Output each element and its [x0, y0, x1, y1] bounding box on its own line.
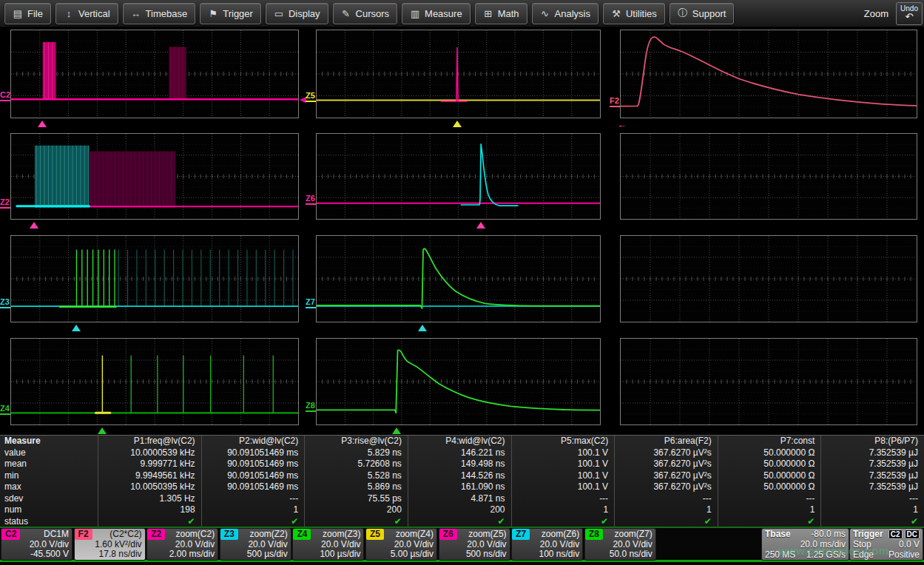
- measure-menu-label: Measure: [425, 8, 462, 19]
- channel-tab-z5[interactable]: Z5: [366, 529, 384, 540]
- channel-source-label: zoom(Z7): [614, 529, 655, 539]
- measure-cell: 1: [615, 504, 718, 516]
- analysis-menu-button[interactable]: ∿Analysis: [532, 3, 598, 24]
- measure-cell: 7.352539 µJ: [821, 447, 924, 459]
- measure-menu-button[interactable]: ▥Measure: [402, 3, 471, 24]
- menu-bar: ▤File↕Vertical↔Timebase⚑Trigger▭Display✎…: [0, 0, 924, 28]
- measure-table-title: Measure: [0, 436, 98, 447]
- z8-position-marker[interactable]: [392, 427, 401, 434]
- channel-box-z2[interactable]: Z2zoom(C2)20.0 V/div2.00 ms/div: [147, 529, 217, 560]
- support-menu-label: Support: [692, 8, 726, 19]
- z6-trace-label: Z6: [306, 194, 316, 205]
- r2c3-grid[interactable]: [620, 133, 917, 220]
- file-menu-button[interactable]: ▤File: [4, 3, 51, 24]
- z2-grid[interactable]: [10, 133, 299, 220]
- display-menu-button[interactable]: ▭Display: [266, 3, 328, 24]
- channel-box-f2[interactable]: F2(C2*C2)1.60 kV²/div17.8 ns/div: [75, 529, 145, 560]
- channel-tab-z6[interactable]: Z6: [439, 529, 457, 540]
- z7-grid[interactable]: [316, 235, 601, 322]
- z4-grid[interactable]: [10, 338, 299, 425]
- z7-position-marker[interactable]: [418, 325, 427, 331]
- channel-tab-z7[interactable]: Z7: [512, 529, 530, 540]
- channel-tab-z2[interactable]: Z2: [147, 529, 165, 540]
- channel-source-label: zoom(Z3): [323, 529, 363, 539]
- z3-grid[interactable]: [10, 235, 299, 322]
- measure-param-header[interactable]: P1:freq@lv(C2): [98, 436, 201, 447]
- z2-waveform: [11, 134, 298, 219]
- tbase-label: Tbase: [765, 529, 791, 539]
- math-menu-button[interactable]: ⊞Math: [475, 3, 527, 24]
- measure-cell: 367.6270 µV²s: [615, 459, 718, 470]
- channel-box-z6[interactable]: Z6zoom(Z5)20.0 V/div500 ns/div: [439, 529, 510, 560]
- utilities-menu-label: Utilities: [626, 8, 657, 19]
- channel-tab-z4[interactable]: Z4: [293, 529, 311, 540]
- timebase-menu-button[interactable]: ↔Timebase: [123, 3, 196, 24]
- measure-table: MeasurevaluemeanminmaxsdevnumstatusP1:fr…: [0, 435, 924, 527]
- measure-param-header[interactable]: P8:(P6/P7): [821, 436, 924, 447]
- measure-cell: 5.869 ns: [305, 481, 408, 493]
- z6-position-marker[interactable]: [476, 222, 485, 229]
- measure-cell: ---: [615, 493, 718, 505]
- vertical-menu-button[interactable]: ↕Vertical: [55, 3, 118, 24]
- trigger-box[interactable]: TriggerC2DC Stop0.0 V EdgePositive: [850, 529, 923, 560]
- z6-grid[interactable]: [316, 133, 601, 220]
- undo-button[interactable]: Undo ↶: [896, 2, 923, 25]
- channel-source-label: DC1M: [44, 529, 72, 539]
- utilities-menu-button[interactable]: ⚒Utilities: [603, 3, 665, 24]
- channel-box-c2[interactable]: C2DC1M20.0 V/div-45.500 V: [1, 529, 72, 560]
- utilities-icon: ⚒: [611, 8, 621, 19]
- channel-box-z4[interactable]: Z4zoom(Z3)20.0 V/div100 µs/div: [293, 529, 363, 560]
- measure-status-check-icon: ✔: [615, 516, 718, 528]
- measure-param-header[interactable]: P3:rise@lv(C2): [305, 436, 408, 447]
- measure-cell: 90.091051469 ms: [202, 481, 305, 493]
- measure-cell: 5.829 ns: [305, 447, 408, 459]
- measure-cell: 1.305 Hz: [98, 493, 201, 505]
- measure-param-header[interactable]: P7:const: [718, 436, 821, 447]
- z2-position-marker[interactable]: [30, 222, 38, 229]
- r4c3-grid[interactable]: [620, 338, 917, 425]
- measure-param-column-p2: P2:wid@lv(C2)90.091051469 ms90.091051469…: [202, 436, 306, 527]
- c2-trace-label: C2: [0, 91, 10, 101]
- z8-grid[interactable]: [316, 338, 601, 425]
- trigger-type: Edge: [853, 549, 874, 560]
- z5-position-marker[interactable]: [453, 121, 462, 127]
- measure-icon: ▥: [410, 8, 420, 19]
- cursors-menu-button[interactable]: ✎Cursors: [333, 3, 398, 24]
- trigger-menu-button[interactable]: ⚑Trigger: [200, 3, 261, 24]
- channel-box-z3[interactable]: Z3zoom(Z2)20.0 V/div500 µs/div: [220, 529, 291, 560]
- r3c3-waveform: [621, 236, 917, 322]
- f2-grid[interactable]: [620, 30, 917, 118]
- measure-status-check-icon: ✔: [202, 516, 305, 528]
- f2-trigger-position-arrow-icon[interactable]: ←: [617, 121, 627, 129]
- channel-tab-f2[interactable]: F2: [75, 529, 92, 540]
- measure-cell: 75.55 ps: [305, 493, 408, 505]
- measure-param-header[interactable]: P5:max(C2): [512, 436, 615, 447]
- channel-offset: 50.0 ns/div: [585, 549, 655, 559]
- channel-tab-z8[interactable]: Z8: [585, 529, 603, 540]
- measure-param-header[interactable]: P2:wid@lv(C2): [202, 436, 305, 447]
- measure-param-header[interactable]: P6:area(F2): [615, 436, 718, 447]
- channel-tab-c2[interactable]: C2: [1, 529, 20, 540]
- z5-grid[interactable]: [316, 30, 601, 118]
- support-menu-button[interactable]: ⓘSupport: [670, 3, 735, 24]
- channel-offset: -45.500 V: [1, 549, 72, 559]
- channel-box-z8[interactable]: Z8zoom(Z7)20.0 V/div50.0 ns/div: [585, 529, 655, 560]
- r3c3-grid[interactable]: [620, 235, 917, 322]
- channel-tab-z3[interactable]: Z3: [220, 529, 238, 540]
- math-menu-label: Math: [498, 8, 519, 19]
- timebase-box[interactable]: Tbase-80.0 ms 20.0 ms/div 250 MS1.25 GS/…: [762, 529, 849, 560]
- channel-source-label: (C2*C2): [109, 529, 144, 539]
- channel-box-z7[interactable]: Z7zoom(Z6)20.0 V/div100 ns/div: [512, 529, 582, 560]
- c2-grid[interactable]: [10, 30, 299, 118]
- measure-cell: 367.6270 µV²s: [615, 470, 718, 482]
- measure-cell: 1: [821, 504, 924, 516]
- z3-position-marker[interactable]: [72, 325, 81, 331]
- c2-position-marker[interactable]: [38, 121, 47, 127]
- measure-param-header[interactable]: P4:wid@lv(C2): [408, 436, 511, 447]
- zoom-mode-label: Zoom: [864, 8, 888, 19]
- measure-row-label: num: [0, 504, 98, 516]
- z7-waveform: [317, 236, 600, 322]
- channel-box-z5[interactable]: Z5zoom(Z4)20.0 V/div5.00 µs/div: [366, 529, 436, 560]
- z4-waveform: [11, 339, 298, 424]
- z4-position-marker[interactable]: [98, 427, 107, 434]
